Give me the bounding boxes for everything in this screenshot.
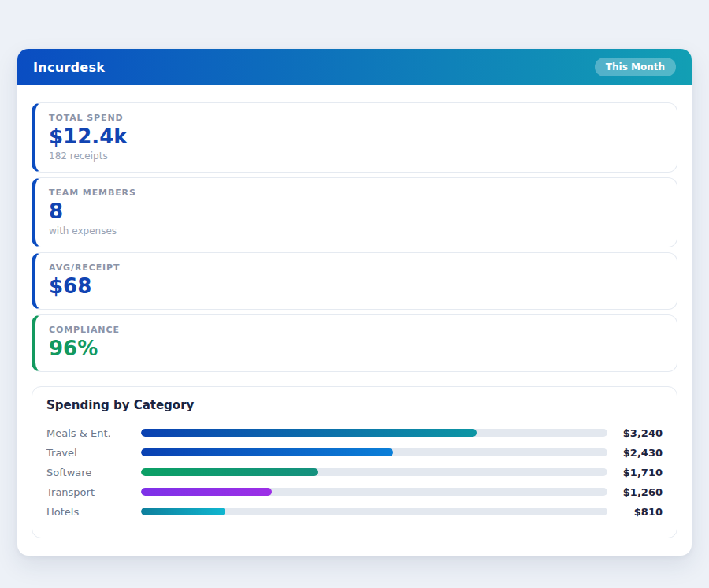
stat-value: 96% (49, 337, 663, 361)
header: Incurdesk This Month (17, 49, 692, 85)
category-bar-track (141, 448, 607, 456)
category-amount: $810 (614, 506, 663, 518)
panel-title: Spending by Category (46, 398, 663, 412)
category-amount: $3,240 (614, 427, 663, 439)
stat-card-avg-receipt: AVG/RECEIPT $68 (32, 252, 677, 310)
category-label: Software (46, 467, 141, 478)
category-row-transport: Transport $1,260 (46, 482, 663, 502)
category-amount: $1,710 (614, 467, 663, 478)
category-bar-fill (141, 429, 477, 437)
category-label: Transport (46, 486, 141, 498)
category-bar-track (141, 488, 607, 496)
category-bar-fill (141, 468, 318, 476)
category-bar-fill (141, 448, 393, 456)
stat-card-compliance: COMPLIANCE 96% (32, 314, 677, 372)
category-bar-track (141, 429, 607, 437)
category-amount: $2,430 (614, 447, 663, 459)
dashboard-body: TOTAL SPEND $12.4k 182 receipts TEAM MEM… (17, 85, 692, 556)
category-row-meals: Meals & Ent. $3,240 (46, 423, 663, 443)
category-amount: $1,260 (614, 486, 663, 498)
category-bar-fill (141, 488, 272, 496)
stat-card-team-members: TEAM MEMBERS 8 with expenses (32, 177, 677, 247)
category-label: Travel (46, 447, 141, 459)
stat-subtext: with expenses (49, 225, 663, 236)
stat-label: TEAM MEMBERS (49, 188, 663, 198)
category-label: Hotels (46, 506, 141, 518)
stat-value: 8 (49, 200, 663, 224)
category-bar-track (141, 468, 607, 476)
period-badge[interactable]: This Month (595, 58, 676, 76)
stat-label: COMPLIANCE (49, 325, 663, 335)
stat-subtext: 182 receipts (49, 151, 663, 162)
expense-dashboard: Incurdesk This Month TOTAL SPEND $12.4k … (17, 49, 692, 556)
category-row-travel: Travel $2,430 (46, 443, 663, 463)
spending-by-category-panel: Spending by Category Meals & Ent. $3,240… (32, 386, 677, 538)
stat-value: $68 (49, 275, 663, 299)
category-bar-fill (141, 508, 225, 515)
stat-label: TOTAL SPEND (49, 113, 663, 123)
app-title: Incurdesk (33, 60, 105, 75)
category-row-hotels: Hotels $810 (46, 502, 663, 522)
page-background: { "colors": { "page_bg": "#edf1f7", "hea… (0, 0, 709, 588)
category-row-software: Software $1,710 (46, 463, 663, 482)
stat-label: AVG/RECEIPT (49, 262, 663, 273)
category-bar-track (141, 508, 607, 515)
stat-value: $12.4k (49, 125, 663, 149)
stat-card-total-spend: TOTAL SPEND $12.4k 182 receipts (32, 102, 677, 173)
category-label: Meals & Ent. (46, 427, 141, 439)
